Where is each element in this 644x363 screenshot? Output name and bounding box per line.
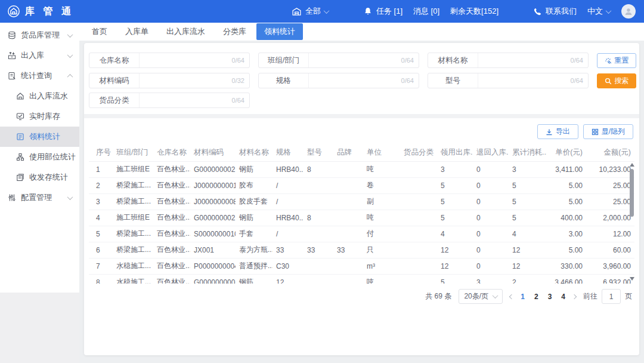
table-cell: HRB40... xyxy=(273,210,304,226)
table-cell: 5 xyxy=(437,274,473,284)
table-row[interactable]: 2桥梁施工...百色林业...J0000000001胶布/卷5055.0025.… xyxy=(89,177,634,193)
sidebar-item-stats-query[interactable]: 统计查询 xyxy=(0,66,79,86)
table-cell xyxy=(333,210,363,226)
warehouse-scope-selector[interactable]: 全部 xyxy=(292,6,329,17)
table-cell: 8 xyxy=(89,274,113,284)
page-number-2[interactable]: 2 xyxy=(534,293,538,301)
tab-material-report[interactable]: 领料统计 xyxy=(256,23,303,40)
table-cell xyxy=(333,274,363,284)
table-cell: 卷 xyxy=(363,177,400,193)
bell-icon xyxy=(363,7,373,16)
contact-us-link[interactable]: 联系我们 xyxy=(533,6,577,17)
tab-inbound-order[interactable]: 入库单 xyxy=(117,23,156,40)
table-cell: 桥梁施工... xyxy=(113,242,153,258)
column-header: 货品分类 xyxy=(400,144,437,161)
tab-category-store[interactable]: 分类库 xyxy=(215,23,254,40)
table-cell xyxy=(400,258,437,274)
scroll-up-arrow-icon[interactable] xyxy=(630,163,634,167)
prev-page-button[interactable] xyxy=(509,294,514,299)
table-cell: 3 xyxy=(509,161,547,177)
table-cell: 钢筋 xyxy=(236,161,273,177)
table-row[interactable]: 6桥梁施工...百色林业...JX001泰为方瓶...333333只120125… xyxy=(89,242,634,258)
table-row[interactable]: 1施工班组E百色林业...G000000002...钢筋HRB40...8吨30… xyxy=(89,161,634,177)
table-cell: 6,932.00 xyxy=(586,274,634,284)
table-cell: 手套 xyxy=(236,226,273,242)
table-cell: m³ xyxy=(363,258,400,274)
vertical-scrollbar[interactable] xyxy=(629,162,634,282)
reset-button[interactable]: 重置 xyxy=(597,53,636,68)
table-cell: J0000000001 xyxy=(190,177,236,193)
sidebar-item-in-out[interactable]: 出入库 xyxy=(0,45,79,66)
tab-inout-flow[interactable]: 出入库流水 xyxy=(159,23,213,40)
material-code-input[interactable] xyxy=(140,76,232,85)
table-cell: 0 xyxy=(473,177,509,193)
sidebar-item-inout-flow[interactable]: 出入库流水 xyxy=(0,86,79,106)
table-cell: 400.00 xyxy=(547,210,586,226)
table-cell: 25.00 xyxy=(586,177,634,193)
table-row[interactable]: 7水稳施工...百色林业...P0000000004普通预拌...C30m³12… xyxy=(89,258,634,274)
sidebar-item-goods-db[interactable]: 货品库管理 xyxy=(0,25,79,45)
table-cell: JX001 xyxy=(190,242,236,258)
table-row[interactable]: 5桥梁施工...百色林业...S0000000010手套/付4043.0012.… xyxy=(89,226,634,242)
team-department-input[interactable] xyxy=(309,56,401,64)
column-header: 型号 xyxy=(304,144,333,161)
next-page-button[interactable] xyxy=(572,294,577,299)
table-cell: 2 xyxy=(89,177,113,193)
sidebar: 货品库管理 出入库 xyxy=(0,23,79,363)
filter-form: 仓库名称 0/64 班组/部门 0/64 材料名称 0/64 xyxy=(89,48,634,113)
page-size-value: 20条/页 xyxy=(464,291,488,302)
messages-link[interactable]: 消息 [0] xyxy=(413,6,439,17)
page-number-1[interactable]: 1 xyxy=(521,293,525,301)
material-name-input[interactable] xyxy=(478,56,571,64)
search-button-label: 搜索 xyxy=(615,76,629,86)
table-cell: 3,466.00 xyxy=(547,274,586,284)
spec-input[interactable] xyxy=(309,76,401,85)
sidebar-item-label: 出入库流水 xyxy=(29,91,68,101)
table-cell: 12 xyxy=(509,258,547,274)
export-button[interactable]: 导出 xyxy=(537,124,578,139)
goods-category-input[interactable] xyxy=(140,96,232,104)
sidebar-item-send-receive[interactable]: 收发存统计 xyxy=(0,167,79,187)
table-cell: 付 xyxy=(363,226,400,242)
table-cell xyxy=(333,161,363,177)
sidebar-item-config[interactable]: 配置管理 xyxy=(0,187,79,208)
column-header: 累计消耗... xyxy=(509,144,547,161)
table-cell: 8 xyxy=(304,161,333,177)
material-report-table: 序号班组/部门仓库名称材料编码材料名称规格型号品牌单位货品分类领用出库...退回… xyxy=(89,144,634,284)
table-cell: 3,960.00 xyxy=(586,258,634,274)
page-size-select[interactable]: 20条/页 xyxy=(459,289,503,304)
tab-home[interactable]: 首页 xyxy=(84,23,115,40)
table-cell: 只 xyxy=(363,242,400,258)
scrollbar-thumb[interactable] xyxy=(630,169,634,217)
search-button[interactable]: 搜索 xyxy=(597,73,636,88)
table-row[interactable]: 8水稳施工...百色林业...G0000000003钢筋12吨5323,466.… xyxy=(89,274,634,284)
table-cell: 3 xyxy=(473,274,509,284)
scroll-down-arrow-icon[interactable] xyxy=(630,277,634,281)
field-material-name: 材料名称 0/64 xyxy=(428,53,589,68)
table-cell xyxy=(304,193,333,210)
table-row[interactable]: 4施工班组E百色林业...G000000002...钢筋HRB40...8吨50… xyxy=(89,210,634,226)
warehouse-name-input[interactable] xyxy=(140,56,232,64)
table-cell: 3 xyxy=(437,161,473,177)
model-input[interactable] xyxy=(478,76,571,85)
table-cell: 百色林业... xyxy=(153,210,190,226)
tasks-label: 任务 [1] xyxy=(376,6,402,17)
download-icon xyxy=(546,128,553,136)
goto-page-input[interactable] xyxy=(602,289,621,304)
sidebar-item-realtime-stock[interactable]: 实时库存 xyxy=(0,106,79,127)
table-row[interactable]: 3桥梁施工...百色林业...J00000000088胶皮手套/副5055.00… xyxy=(89,193,634,210)
sidebar-item-usage-part[interactable]: 使用部位统计 xyxy=(0,147,79,167)
language-selector[interactable]: 中文 xyxy=(587,6,611,17)
show-hide-columns-button[interactable]: 显/隐列 xyxy=(583,124,633,139)
sidebar-item-material-report[interactable]: 领料统计 xyxy=(0,127,79,147)
material-report-icon xyxy=(16,133,24,141)
tasks-link[interactable]: 任务 [1] xyxy=(363,6,402,17)
user-avatar[interactable] xyxy=(621,4,636,19)
page-number-3[interactable]: 3 xyxy=(548,293,552,301)
column-header: 单位 xyxy=(363,144,400,161)
char-counter: 0/64 xyxy=(571,77,588,84)
table-cell: 百色林业... xyxy=(153,274,190,284)
table-cell: J00000000088 xyxy=(190,193,236,210)
table-cell: 33 xyxy=(333,242,363,258)
page-number-4[interactable]: 4 xyxy=(561,293,565,301)
